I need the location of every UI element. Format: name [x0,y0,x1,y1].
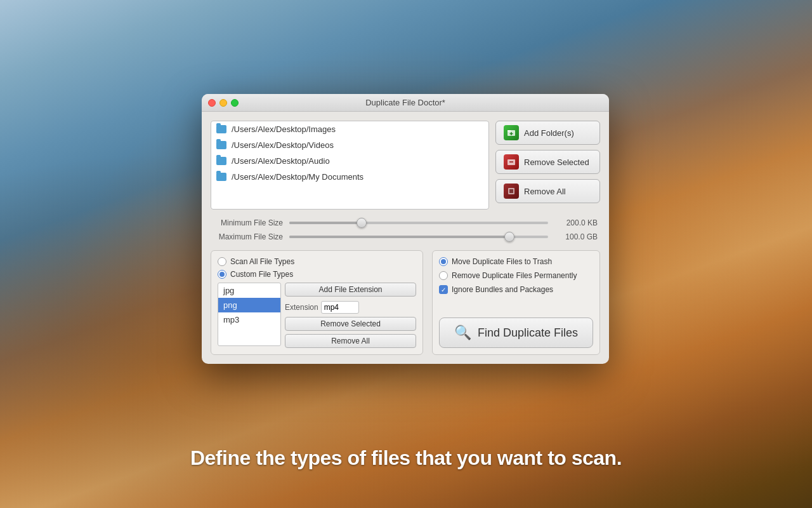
remove-selected-folder-button[interactable]: Remove Selected [495,150,600,174]
minimize-button[interactable] [219,99,227,107]
remove-all-folders-label: Remove All [524,187,566,196]
folder-list[interactable]: /Users/Alex/Desktop/Images /Users/Alex/D… [211,121,489,210]
file-type-controls: jpg png mp3 Add File Extension Extension… [218,283,416,348]
custom-types-radio-row: Custom File Types [218,270,416,279]
folder-path: /Users/Alex/Desktop/My Documents [232,172,363,182]
min-size-label: Minimum File Size [213,218,283,227]
scan-all-radio-row: Scan All File Types [218,257,416,266]
folder-icon [216,157,226,165]
move-to-trash-radio[interactable] [439,257,448,266]
custom-types-label: Custom File Types [230,270,293,279]
list-item[interactable]: /Users/Alex/Desktop/Videos [211,137,488,153]
traffic-lights [208,99,239,107]
extension-input[interactable] [321,301,359,314]
options-panel: Move Duplicate Files to Trash Remove Dup… [432,250,600,355]
folder-section: /Users/Alex/Desktop/Images /Users/Alex/D… [211,121,600,210]
find-duplicates-button[interactable]: 🔍 Find Duplicate Files [439,318,593,348]
svg-rect-1 [508,130,511,131]
remove-all-folders-button[interactable]: Remove All [495,179,600,203]
remove-selected-icon [504,154,519,170]
folder-icon [216,125,226,133]
file-types-panel: Scan All File Types Custom File Types jp… [211,250,423,355]
folder-path: /Users/Alex/Desktop/Images [232,124,336,134]
list-item[interactable]: /Users/Alex/Desktop/Images [211,121,488,137]
move-to-trash-row: Move Duplicate Files to Trash [439,257,593,266]
find-button-label: Find Duplicate Files [478,326,578,340]
bottom-section: Scan All File Types Custom File Types jp… [211,250,600,355]
maximize-button[interactable] [231,99,239,107]
extension-list[interactable]: jpg png mp3 [218,283,281,346]
ignore-bundles-label: Ignore Bundles and Packages [452,285,553,294]
overlay-text: Define the types of files that you want … [0,446,812,470]
remove-all-ext-button[interactable]: Remove All [285,334,416,348]
max-size-slider[interactable] [289,236,548,238]
list-item[interactable]: mp3 [218,312,280,327]
ignore-bundles-row: ✓ Ignore Bundles and Packages [439,285,593,294]
remove-permanently-label: Remove Duplicate Files Permanently [452,271,577,280]
window-title: Duplicate File Doctor* [365,98,445,107]
min-size-value: 200.0 KB [554,218,598,227]
close-button[interactable] [208,99,216,107]
scan-all-label: Scan All File Types [230,257,294,266]
max-file-size-row: Maximum File Size 100.0 GB [213,232,598,241]
remove-permanently-row: Remove Duplicate Files Permanently [439,271,593,280]
main-window: Duplicate File Doctor* /Users/Alex/Deskt… [202,94,609,364]
folder-action-buttons: Add Folder(s) Remove Selected [495,121,600,210]
folder-icon [216,173,226,181]
add-folder-icon [504,125,519,140]
list-item[interactable]: /Users/Alex/Desktop/My Documents [211,169,488,185]
min-size-thumb[interactable] [357,218,367,228]
min-file-size-row: Minimum File Size 200.0 KB [213,218,598,227]
min-size-slider[interactable] [289,222,548,224]
move-to-trash-label: Move Duplicate Files to Trash [452,257,552,266]
list-item[interactable]: png [218,298,280,312]
remove-permanently-radio[interactable] [439,271,448,280]
folder-icon [216,141,226,149]
extension-input-row: Extension [285,301,416,314]
folder-path: /Users/Alex/Desktop/Audio [232,156,330,166]
extension-label: Extension [285,303,318,312]
add-folder-button[interactable]: Add Folder(s) [495,121,600,145]
extension-buttons: Add File Extension Extension Remove Sele… [285,283,416,348]
remove-all-icon [504,184,519,199]
scan-all-radio[interactable] [218,257,226,266]
sliders-section: Minimum File Size 200.0 KB Maximum File … [211,218,600,241]
custom-types-radio[interactable] [218,270,226,279]
remove-selected-ext-button[interactable]: Remove Selected [285,317,416,331]
folder-path: /Users/Alex/Desktop/Videos [232,140,334,150]
add-folder-label: Add Folder(s) [524,128,574,138]
ignore-bundles-checkbox[interactable]: ✓ [439,285,448,294]
search-icon: 🔍 [454,324,471,341]
titlebar: Duplicate File Doctor* [202,94,609,112]
add-extension-button[interactable]: Add File Extension [285,283,416,297]
max-size-value: 100.0 GB [554,232,598,241]
window-body: /Users/Alex/Desktop/Images /Users/Alex/D… [202,112,609,364]
max-size-thumb[interactable] [504,232,514,242]
remove-selected-folder-label: Remove Selected [524,157,589,167]
list-item[interactable]: jpg [218,283,280,298]
list-item[interactable]: /Users/Alex/Desktop/Audio [211,153,488,169]
max-size-label: Maximum File Size [213,232,283,241]
